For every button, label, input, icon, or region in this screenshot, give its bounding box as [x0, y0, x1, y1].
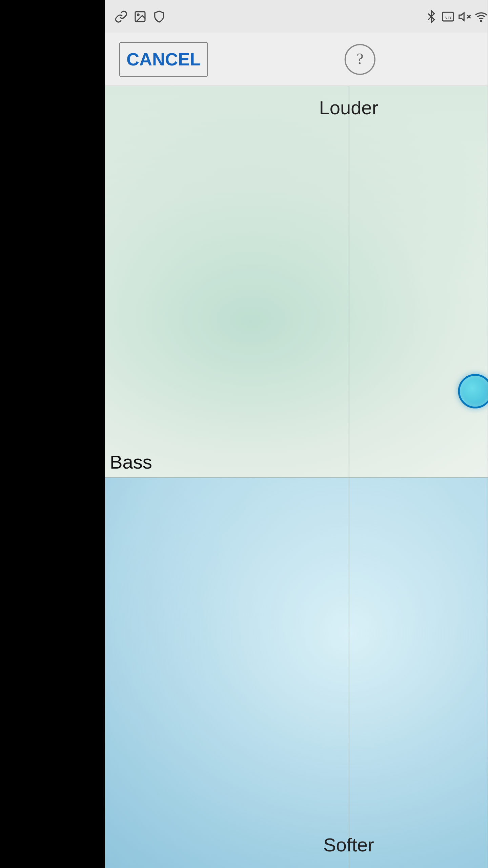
svg-point-7 [481, 20, 482, 21]
lower-half [105, 477, 488, 868]
action-bar: CANCEL ? DONE [105, 33, 488, 86]
nfc-icon: NFC [441, 10, 454, 23]
svg-point-1 [137, 14, 139, 15]
image-icon [134, 10, 147, 23]
vertical-divider [349, 86, 349, 868]
mute-icon [458, 10, 471, 23]
status-bar: NFC 94% [105, 0, 488, 33]
cancel-button[interactable]: CANCEL [119, 42, 208, 77]
equalizer-area[interactable]: Louder Bass Treble Softer [105, 86, 488, 868]
bluetooth-icon [425, 10, 438, 23]
svg-marker-4 [459, 13, 464, 20]
horizontal-divider [105, 477, 488, 478]
phone-container: NFC 94% [105, 0, 488, 868]
wifi-icon [474, 10, 488, 23]
status-bar-left [115, 10, 166, 23]
svg-text:NFC: NFC [445, 15, 452, 19]
softer-label: Softer [323, 834, 374, 856]
status-bar-right: NFC 94% [425, 8, 488, 24]
help-button[interactable]: ? [345, 44, 375, 75]
shield-icon [152, 10, 166, 23]
link-icon [115, 10, 128, 23]
bass-label: Bass [110, 451, 152, 859]
louder-label: Louder [319, 97, 379, 119]
upper-half [105, 86, 488, 477]
eq-control-point[interactable] [458, 374, 488, 409]
question-mark: ? [357, 50, 363, 68]
